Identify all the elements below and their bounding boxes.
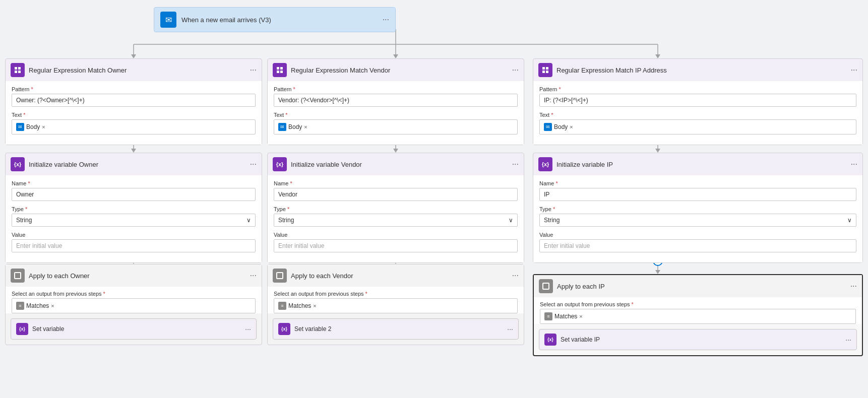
- regex-vendor-menu[interactable]: ···: [512, 65, 519, 75]
- canvas: + ✉ When a new email arrives (V3) ··· Re…: [0, 0, 868, 398]
- regex-card-owner: Regular Expression Match Owner ··· Patte…: [5, 58, 262, 145]
- set-var-icon-owner: {x}: [16, 323, 28, 335]
- matches-text-owner: Matches: [26, 302, 49, 309]
- matches-close-ip[interactable]: ×: [579, 313, 582, 319]
- ip-body-tag: ✉ Body ×: [544, 123, 573, 131]
- svg-rect-31: [542, 67, 545, 70]
- apply-ip-menu[interactable]: ···: [850, 282, 857, 291]
- regex-ip-pattern-input[interactable]: IP: (?<IP>[^\<]+): [539, 94, 856, 107]
- init-ip-type-label: Type *: [539, 206, 856, 212]
- init-owner-type-select[interactable]: String ∨: [12, 214, 256, 227]
- init-owner-body: Name * Owner Type * String ∨ Value Enter…: [6, 175, 262, 262]
- init-vendor-type-label: Type *: [274, 206, 518, 212]
- init-owner-value-input[interactable]: Enter initial value: [12, 239, 256, 252]
- matches-close-owner[interactable]: ×: [51, 303, 54, 309]
- regex-vendor-title: Regular Expression Match Vendor: [291, 67, 508, 74]
- apply-card-ip: Apply to each IP ··· Select an output fr…: [533, 274, 863, 356]
- svg-marker-5: [393, 54, 398, 58]
- body-tag-close[interactable]: ×: [42, 124, 45, 130]
- matches-close-vendor[interactable]: ×: [313, 303, 316, 309]
- vendor-body-tag: ✉ Body ×: [278, 123, 307, 131]
- apply-ip-select-input[interactable]: ≡ Matches ×: [540, 309, 856, 324]
- init-vendor-name-input[interactable]: Vendor: [274, 188, 518, 201]
- apply-owner-menu[interactable]: ···: [250, 271, 257, 280]
- svg-rect-22: [18, 67, 21, 70]
- regex-owner-body: Pattern * Owner: (?<Owner>[^\<]+) Text *…: [6, 81, 262, 145]
- body-tag-icon: ✉: [16, 123, 24, 131]
- set-var-title-owner: Set variable: [32, 325, 241, 333]
- apply-vendor-title: Apply to each Vendor: [291, 272, 508, 280]
- regex-owner-title: Regular Expression Match Owner: [29, 67, 246, 74]
- regex-vendor-text-input[interactable]: ✉ Body ×: [274, 119, 518, 135]
- init-vendor-header: {x} Initialize variable Vendor ···: [268, 153, 524, 175]
- init-ip-name-input[interactable]: IP: [539, 188, 856, 201]
- svg-rect-23: [15, 71, 17, 73]
- init-card-vendor: {x} Initialize variable Vendor ··· Name …: [267, 153, 524, 263]
- vendor-body-tag-text: Body: [288, 123, 302, 130]
- svg-rect-25: [15, 273, 21, 279]
- init-ip-value-input[interactable]: Enter initial value: [539, 239, 856, 252]
- init-vendor-type-select[interactable]: String ∨: [274, 214, 518, 227]
- init-owner-name-input[interactable]: Owner: [12, 188, 256, 201]
- init-ip-icon: {x}: [538, 157, 552, 171]
- trigger-menu[interactable]: ···: [383, 15, 389, 24]
- regex-card-ip: Regular Expression Match IP Address ··· …: [533, 58, 863, 145]
- init-card-owner: {x} Initialize variable Owner ··· Name *…: [5, 153, 262, 263]
- regex-vendor-header: Regular Expression Match Vendor ···: [268, 59, 524, 81]
- init-card-owner-header: {x} Initialize variable Owner ···: [6, 153, 262, 175]
- apply-owner-select-input[interactable]: ≡ Matches ×: [12, 298, 256, 313]
- ip-body-tag-close[interactable]: ×: [570, 124, 573, 130]
- init-vendor-value-label: Value: [274, 232, 518, 238]
- trigger-icon: ✉: [160, 12, 176, 28]
- init-ip-type-select[interactable]: String ∨: [539, 214, 856, 227]
- init-ip-menu[interactable]: ···: [851, 160, 857, 169]
- vendor-body-tag-close[interactable]: ×: [304, 124, 307, 130]
- set-variable-vendor[interactable]: {x} Set variable 2 ···: [273, 318, 519, 340]
- svg-rect-29: [280, 71, 283, 73]
- set-var-menu-ip[interactable]: ···: [845, 336, 851, 344]
- apply-vendor-body: Select an output from previous steps * ≡…: [268, 287, 524, 313]
- apply-vendor-header: Apply to each Vendor ···: [268, 264, 524, 287]
- svg-marker-11: [393, 149, 398, 153]
- apply-vendor-menu[interactable]: ···: [512, 271, 519, 280]
- svg-rect-34: [546, 71, 548, 73]
- set-variable-owner[interactable]: {x} Set variable ···: [11, 318, 257, 340]
- regex-owner-menu[interactable]: ···: [250, 65, 257, 75]
- svg-rect-35: [543, 283, 549, 289]
- regex-vendor-pattern-label: Pattern *: [274, 86, 518, 92]
- set-var-menu-vendor[interactable]: ···: [507, 325, 513, 333]
- chevron-icon-ip: ∨: [847, 217, 852, 224]
- apply-vendor-select-input[interactable]: ≡ Matches ×: [274, 298, 518, 313]
- regex-owner-body-tag: ✉ Body ×: [16, 123, 45, 131]
- apply-ip-body: Select an output from previous steps * ≡…: [534, 297, 862, 324]
- regex-owner-text-input[interactable]: ✉ Body ×: [12, 119, 256, 135]
- regex-ip-menu[interactable]: ···: [851, 65, 857, 75]
- trigger-node: ✉ When a new email arrives (V3) ···: [154, 7, 396, 32]
- regex-owner-text-label: Text *: [12, 112, 256, 118]
- init-vendor-menu[interactable]: ···: [512, 160, 519, 169]
- matches-icon-owner: ≡: [16, 302, 24, 310]
- svg-marker-9: [131, 149, 136, 153]
- init-ip-value-label: Value: [539, 232, 856, 238]
- matches-text-vendor: Matches: [288, 302, 311, 309]
- apply-ip-title: Apply to each IP: [557, 283, 846, 290]
- svg-marker-3: [131, 54, 136, 58]
- regex-owner-pattern-label: Pattern *: [12, 86, 256, 92]
- init-vendor-value-input[interactable]: Enter initial value: [274, 239, 518, 252]
- regex-owner-pattern-input[interactable]: Owner: (?<Owner>[^\<]+): [12, 94, 256, 107]
- regex-card-owner-header: Regular Expression Match Owner ···: [6, 59, 262, 81]
- init-owner-menu[interactable]: ···: [250, 160, 257, 169]
- set-variable-ip[interactable]: {x} Set variable IP ···: [539, 329, 857, 350]
- ip-body-tag-text: Body: [554, 123, 568, 130]
- matches-text-ip: Matches: [554, 313, 577, 320]
- matches-icon-vendor: ≡: [278, 302, 286, 310]
- set-var-menu-owner[interactable]: ···: [245, 325, 251, 333]
- init-owner-name-label: Name *: [12, 180, 256, 186]
- svg-rect-27: [280, 67, 283, 70]
- regex-ip-text-input[interactable]: ✉ Body ×: [539, 119, 856, 135]
- body-tag-text: Body: [26, 123, 40, 130]
- regex-vendor-pattern-input[interactable]: Vendor: (?<Vendor>[^\<]+): [274, 94, 518, 107]
- init-owner-title: Initialize variable Owner: [29, 161, 246, 168]
- apply-card-vendor: Apply to each Vendor ··· Select an outpu…: [267, 264, 524, 345]
- matches-tag-owner: ≡ Matches ×: [16, 302, 54, 310]
